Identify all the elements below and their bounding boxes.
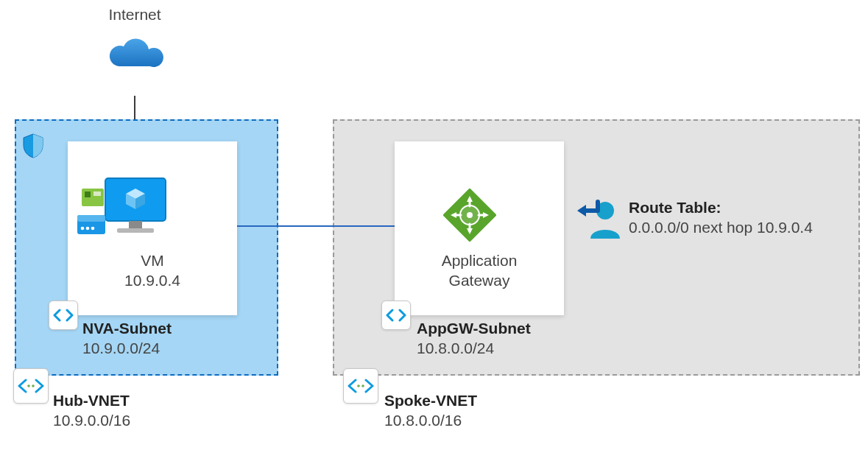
- vnet-badge-icon: [13, 368, 49, 404]
- svg-rect-11: [77, 215, 105, 222]
- svg-point-13: [86, 227, 90, 231]
- appgw-label: Application Gateway: [409, 250, 549, 291]
- svg-point-26: [467, 212, 473, 218]
- route-table-entry: 0.0.0.0/0 next hop 10.9.0.4: [629, 217, 813, 237]
- appgw-subnet-name: AppGW-Subnet: [417, 318, 531, 338]
- svg-point-30: [32, 384, 35, 387]
- svg-point-29: [27, 384, 30, 387]
- hub-vnet-label: Hub-VNET 10.9.0.0/16: [53, 390, 130, 431]
- hub-vnet-name: Hub-VNET: [53, 390, 130, 410]
- svg-marker-28: [577, 205, 586, 217]
- svg-rect-9: [93, 191, 101, 196]
- nva-subnet-label: NVA-Subnet 10.9.0.0/24: [82, 318, 172, 359]
- internet-text: Internet: [108, 6, 160, 23]
- svg-point-12: [81, 227, 85, 231]
- subnet-badge-icon: [381, 300, 411, 330]
- svg-rect-8: [85, 191, 91, 197]
- vm-label: VM 10.9.0.4: [82, 250, 222, 291]
- svg-rect-3: [117, 228, 154, 233]
- spoke-vnet-name: Spoke-VNET: [384, 390, 477, 410]
- appgw-line1: Application: [409, 250, 549, 270]
- svg-point-14: [91, 227, 95, 231]
- internet-label: Internet: [80, 4, 190, 24]
- cloud-icon: [103, 35, 166, 77]
- spoke-vnet-label: Spoke-VNET 10.8.0.0/16: [384, 390, 477, 431]
- hub-vnet-cidr: 10.9.0.0/16: [53, 410, 130, 430]
- svg-point-31: [357, 384, 360, 387]
- route-table-icon: [576, 197, 621, 240]
- subnet-badge-icon: [49, 300, 78, 330]
- route-table-label: Route Table: 0.0.0.0/0 next hop 10.9.0.4: [629, 197, 813, 238]
- nva-subnet-name: NVA-Subnet: [82, 318, 172, 338]
- application-gateway-icon: [443, 189, 496, 242]
- vm-ip: 10.9.0.4: [82, 270, 222, 290]
- shield-icon: [22, 133, 44, 159]
- vm-name: VM: [82, 250, 222, 270]
- appgw-line2: Gateway: [409, 270, 549, 290]
- appgw-subnet-cidr: 10.8.0.0/24: [417, 338, 531, 358]
- spoke-vnet-cidr: 10.8.0.0/16: [384, 410, 477, 430]
- svg-point-32: [361, 384, 364, 387]
- svg-rect-2: [129, 221, 142, 228]
- vm-icon: [77, 171, 173, 252]
- route-table-title: Route Table:: [629, 197, 813, 217]
- appgw-subnet-label: AppGW-Subnet 10.8.0.0/24: [417, 318, 531, 359]
- nva-subnet-cidr: 10.9.0.0/24: [82, 338, 172, 358]
- vnet-badge-icon: [343, 368, 378, 404]
